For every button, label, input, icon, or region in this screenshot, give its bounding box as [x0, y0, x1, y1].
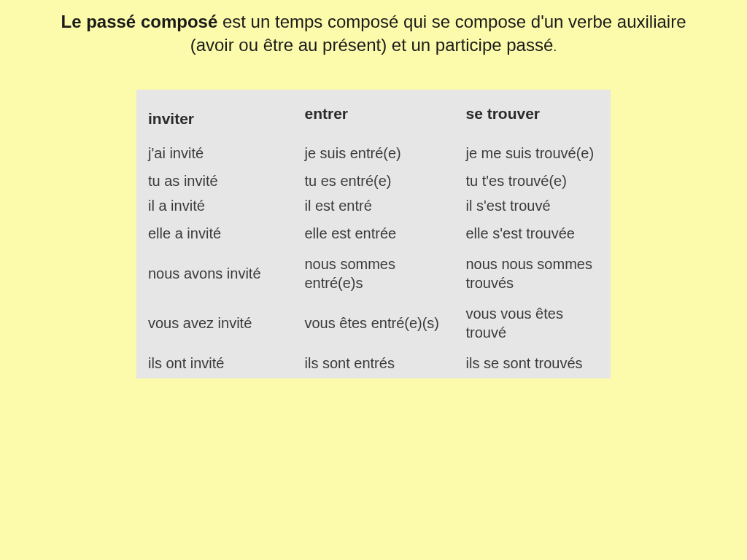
table-row: nous avons invité nous sommes entré(e)s … [136, 249, 611, 298]
cell: ils sont entrés [293, 348, 454, 378]
header-inviter: inviter [136, 90, 293, 138]
cell: nous nous sommes trouvés [454, 249, 611, 298]
cell: nous avons invité [136, 249, 293, 298]
slide: Le passé composé est un temps composé qu… [0, 0, 747, 560]
cell: vous avez invité [136, 298, 293, 348]
cell: vous êtes entré(e)(s) [293, 298, 454, 348]
cell: ils se sont trouvés [454, 348, 611, 378]
cell: il est entré [293, 193, 454, 218]
cell: ils ont invité [136, 348, 293, 378]
cell: vous vous êtes trouvé [454, 298, 611, 348]
cell: je suis entré(e) [293, 138, 454, 168]
table-row: ils ont invité ils sont entrés ils se so… [136, 348, 611, 378]
header-se-trouver: se trouver [454, 90, 611, 138]
cell: je me suis trouvé(e) [454, 138, 611, 168]
cell: il a invité [136, 193, 293, 218]
header-entrer: entrer [293, 90, 454, 138]
cell: tu es entré(e) [293, 168, 454, 193]
conjugation-table: inviter entrer se trouver j'ai invité je… [136, 90, 611, 378]
heading-bold: Le passé composé [61, 12, 217, 31]
table-row: il a invité il est entré il s'est trouvé [136, 193, 611, 218]
heading-text-line1: est un temps composé qui se compose d'un… [217, 12, 686, 31]
cell: elle s'est trouvée [454, 218, 611, 249]
heading: Le passé composé est un temps composé qu… [22, 10, 725, 58]
heading-period: . [553, 39, 557, 54]
cell: elle a invité [136, 218, 293, 249]
heading-text-line2: (avoir ou être au présent) et un partici… [190, 35, 554, 55]
cell: il s'est trouvé [454, 193, 611, 218]
conjugation-table-container: inviter entrer se trouver j'ai invité je… [136, 90, 611, 378]
cell: tu as invité [136, 168, 293, 193]
cell: j'ai invité [136, 138, 293, 168]
table-row: vous avez invité vous êtes entré(e)(s) v… [136, 298, 611, 348]
table-row: j'ai invité je suis entré(e) je me suis … [136, 138, 611, 168]
cell: nous sommes entré(e)s [293, 249, 454, 298]
cell: elle est entrée [293, 218, 454, 249]
table-header-row: inviter entrer se trouver [136, 90, 611, 138]
table-row: tu as invité tu es entré(e) tu t'es trou… [136, 168, 611, 193]
table-row: elle a invité elle est entrée elle s'est… [136, 218, 611, 249]
cell: tu t'es trouvé(e) [454, 168, 611, 193]
